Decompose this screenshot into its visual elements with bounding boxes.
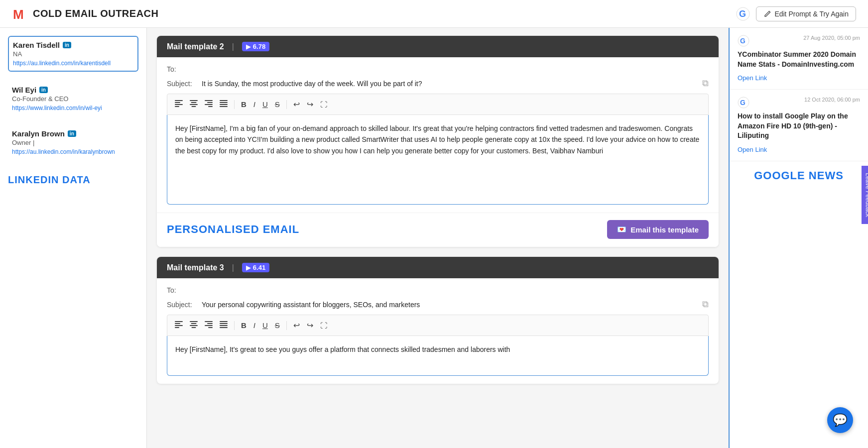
- linkedin-badge-2: in: [39, 87, 48, 93]
- redo-btn-1[interactable]: ↪: [304, 98, 316, 111]
- underline-btn-2[interactable]: U: [260, 320, 270, 331]
- mail-template-title-1: Mail template 2: [167, 42, 224, 51]
- mail-card-header-1: Mail template 2 | ▶ 6.78: [157, 36, 719, 57]
- google-news-icon-1: G: [738, 35, 749, 47]
- svg-rect-32: [220, 321, 228, 322]
- svg-text:G: G: [740, 99, 745, 107]
- svg-rect-22: [175, 325, 183, 326]
- toolbar-sep-2: [286, 100, 287, 109]
- contact-link-3[interactable]: https://au.linkedin.com/in/karalynbrown: [12, 148, 134, 155]
- email-editor-1[interactable]: Hey [FirstName], I'm a big fan of your o…: [167, 115, 709, 205]
- underline-btn-1[interactable]: U: [260, 99, 270, 110]
- news-header-2: G 12 Oct 2020, 06:00 pm: [738, 97, 860, 109]
- edit-prompt-button[interactable]: Edit Prompt & Try Again: [756, 6, 856, 21]
- justify-btn-2[interactable]: [217, 320, 230, 331]
- strikethrough-btn-1[interactable]: S: [272, 99, 282, 110]
- right-sidebar: G 27 Aug 2020, 05:00 pm YCombinator Summ…: [729, 28, 868, 448]
- align-left-btn-1[interactable]: [172, 99, 185, 110]
- svg-rect-6: [175, 104, 183, 105]
- expand-btn-2[interactable]: ⛶: [318, 320, 330, 331]
- subject-row-1: Subject: It is Sunday, the most producti…: [167, 78, 709, 89]
- contact-name-3: Karalyn Brown in: [12, 129, 134, 138]
- contact-role-2: Co-Founder & CEO: [12, 95, 134, 103]
- to-row-2: To:: [167, 286, 709, 294]
- svg-rect-12: [205, 100, 213, 101]
- subject-label-1: Subject:: [167, 80, 202, 88]
- subject-row-2: Subject: Your personal copywriting assis…: [167, 299, 709, 310]
- sidebar-label: LINKEDIN DATA: [8, 174, 138, 186]
- svg-rect-19: [220, 106, 228, 107]
- email-template-button-1[interactable]: 💌 Email this template: [607, 220, 709, 239]
- redo-btn-2[interactable]: ↪: [304, 319, 316, 332]
- contact-role-1: NA: [13, 50, 133, 58]
- sidebar: Karen Tisdell in NA https://au.linkedin.…: [0, 28, 147, 448]
- contact-item-2[interactable]: Wil Eyi in Co-Founder & CEO https://www.…: [8, 82, 138, 115]
- svg-rect-17: [220, 102, 228, 103]
- center-content: Mail template 2 | ▶ 6.78 To: Subject: It…: [147, 28, 729, 448]
- undo-btn-1[interactable]: ↩: [291, 98, 302, 111]
- contact-link-2[interactable]: https://www.linkedin.com/in/wil-eyi: [12, 105, 134, 112]
- header-left: M COLD EMAIL OUTREACH: [12, 6, 158, 22]
- to-label-2: To:: [167, 286, 202, 294]
- mail-template-title-2: Mail template 3: [167, 263, 224, 272]
- app-title: COLD EMAIL OUTREACH: [33, 8, 158, 19]
- to-label-1: To:: [167, 65, 202, 73]
- svg-rect-20: [175, 321, 183, 322]
- strikethrough-btn-2[interactable]: S: [272, 320, 282, 331]
- mail-card-1: Mail template 2 | ▶ 6.78 To: Subject: It…: [157, 36, 719, 247]
- linkedin-badge-3: in: [68, 130, 76, 137]
- italic-btn-1[interactable]: I: [251, 99, 258, 110]
- pencil-icon: [763, 10, 771, 18]
- news-title-1: YCombinator Summer 2020 Domain Name Stat…: [738, 50, 860, 69]
- score-value-1: 6.78: [253, 43, 265, 50]
- bold-btn-2[interactable]: B: [239, 320, 249, 331]
- mail-body-1: To: Subject: It is Sunday, the most prod…: [157, 57, 719, 213]
- news-title-2: How to install Google Play on the Amazon…: [738, 112, 860, 141]
- align-left-btn-2[interactable]: [172, 320, 185, 331]
- copy-icon-1[interactable]: ⧉: [702, 78, 709, 89]
- news-link-1[interactable]: Open Link: [738, 74, 767, 82]
- email-body-2: Hey [FirstName], It's great to see you g…: [175, 345, 510, 353]
- google-g-icon: G: [736, 7, 750, 21]
- feedback-tab[interactable]: Leave Feedback: [862, 166, 868, 224]
- justify-btn-1[interactable]: [217, 99, 230, 110]
- undo-btn-2[interactable]: ↩: [291, 319, 302, 332]
- divider-1: |: [232, 42, 234, 51]
- svg-text:G: G: [739, 9, 746, 19]
- italic-btn-2[interactable]: I: [251, 320, 258, 331]
- header-right: G Edit Prompt & Try Again: [736, 6, 856, 21]
- email-emoji: 💌: [617, 225, 626, 234]
- bold-btn-1[interactable]: B: [239, 99, 249, 110]
- contact-item-1[interactable]: Karen Tisdell in NA https://au.linkedin.…: [8, 36, 138, 72]
- svg-rect-10: [190, 104, 198, 105]
- align-right-btn-1[interactable]: [202, 99, 215, 110]
- align-right-btn-2[interactable]: [202, 320, 215, 331]
- subject-label-2: Subject:: [167, 301, 202, 309]
- contact-item-3[interactable]: Karalyn Brown in Owner | https://au.link…: [8, 125, 138, 159]
- svg-rect-18: [220, 104, 228, 105]
- align-center-btn-1[interactable]: [187, 99, 200, 110]
- contact-role-3: Owner |: [12, 139, 134, 146]
- email-editor-2[interactable]: Hey [FirstName], It's great to see you g…: [167, 336, 709, 376]
- mail-body-2: To: Subject: Your personal copywriting a…: [157, 278, 719, 384]
- contact-link-1[interactable]: https://au.linkedin.com/in/karentisdell: [13, 60, 133, 67]
- chat-button[interactable]: 💬: [827, 407, 853, 433]
- news-link-2[interactable]: Open Link: [738, 146, 767, 153]
- subject-value-1: It is Sunday, the most productive day of…: [202, 80, 702, 88]
- main-layout: Karen Tisdell in NA https://au.linkedin.…: [0, 28, 868, 448]
- editor-toolbar-2: B I U S ↩ ↪ ⛶: [167, 315, 709, 336]
- header: M COLD EMAIL OUTREACH G Edit Prompt & Tr…: [0, 0, 868, 28]
- svg-text:M: M: [13, 7, 24, 22]
- expand-btn-1[interactable]: ⛶: [318, 99, 330, 110]
- align-center-btn-2[interactable]: [187, 320, 200, 331]
- score-icon-2: ▶: [246, 264, 250, 271]
- copy-icon-2[interactable]: ⧉: [702, 299, 709, 310]
- svg-rect-34: [220, 325, 228, 326]
- score-badge-1: ▶ 6.78: [242, 42, 269, 51]
- divider-2: |: [232, 263, 234, 272]
- chat-icon: 💬: [833, 413, 848, 427]
- personalised-label: PERSONALISED EMAIL: [167, 223, 299, 236]
- svg-rect-15: [208, 106, 213, 107]
- mail-card-header-2: Mail template 3 | ▶ 6.41: [157, 257, 719, 278]
- news-date-1: 27 Aug 2020, 05:00 pm: [803, 35, 860, 41]
